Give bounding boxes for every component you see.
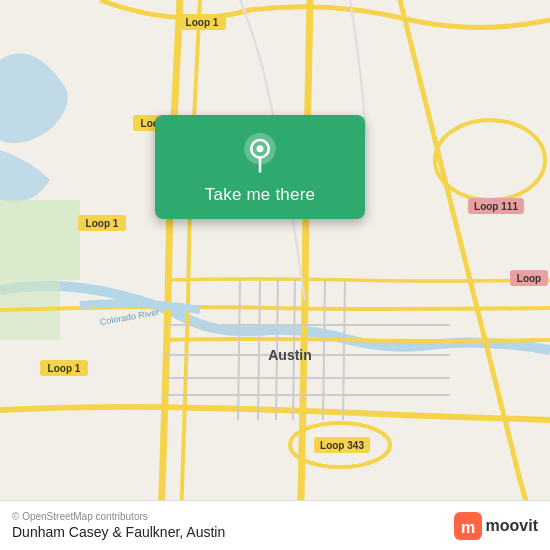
svg-rect-0 (0, 200, 80, 280)
bottom-info: © OpenStreetMap contributors Dunham Case… (12, 511, 225, 540)
location-name: Dunham Casey & Faulkner, Austin (12, 524, 225, 540)
svg-text:Loop 1: Loop 1 (48, 363, 81, 374)
svg-text:Colorado River: Colorado River (99, 307, 160, 327)
map-container: Loop 1 Loop 1 Loop 1 Loop 1 Loop 111 Loo… (0, 0, 550, 550)
moovit-brand-text: moovit (486, 517, 538, 535)
svg-point-22 (257, 145, 264, 152)
location-card: Take me there (155, 115, 365, 219)
moovit-logo: m moovit (454, 512, 538, 540)
svg-text:Loop 1: Loop 1 (186, 17, 219, 28)
svg-text:Loop 111: Loop 111 (474, 201, 518, 212)
svg-point-2 (435, 120, 545, 200)
svg-text:Loop: Loop (517, 273, 541, 284)
svg-text:m: m (460, 519, 474, 536)
svg-text:Austin: Austin (268, 347, 312, 363)
moovit-brand-icon: m (454, 512, 482, 540)
map-svg: Loop 1 Loop 1 Loop 1 Loop 1 Loop 111 Loo… (0, 0, 550, 550)
svg-text:Loop 1: Loop 1 (86, 218, 119, 229)
bottom-bar: © OpenStreetMap contributors Dunham Case… (0, 500, 550, 550)
take-me-there-button[interactable]: Take me there (205, 185, 315, 205)
location-pin-icon (239, 133, 281, 175)
svg-text:Loop 343: Loop 343 (320, 440, 364, 451)
copyright-text: © OpenStreetMap contributors (12, 511, 225, 522)
